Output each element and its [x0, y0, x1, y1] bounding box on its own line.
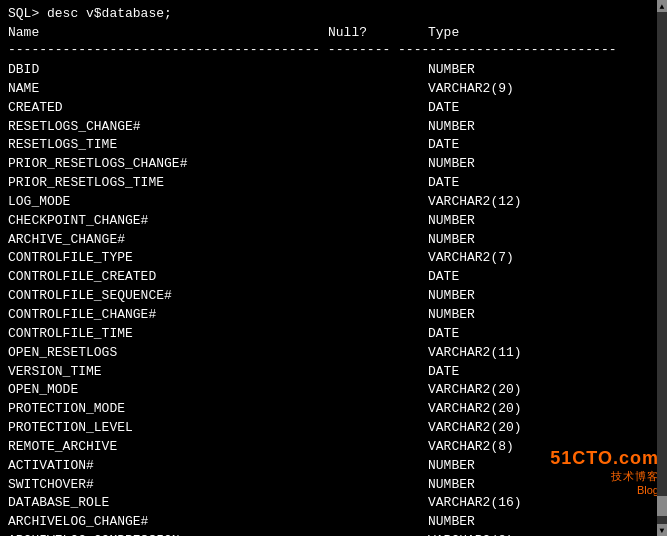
field-type: NUMBER [428, 457, 475, 476]
table-row: CONTROLFILE_CHANGE#NUMBER [8, 306, 659, 325]
field-type: NUMBER [428, 61, 475, 80]
field-type: VARCHAR2(12) [428, 193, 522, 212]
watermark: 51CTO.com 技术博客 Blog [550, 448, 659, 496]
field-name: PRIOR_RESETLOGS_CHANGE# [8, 155, 328, 174]
watermark-blog: Blog [637, 484, 659, 496]
field-null [328, 344, 428, 363]
table-row: PROTECTION_MODEVARCHAR2(20) [8, 400, 659, 419]
field-null [328, 400, 428, 419]
field-name: CREATED [8, 99, 328, 118]
field-type: NUMBER [428, 155, 475, 174]
table-row: CONTROLFILE_TIMEDATE [8, 325, 659, 344]
field-name: ACTIVATION# [8, 457, 328, 476]
field-null [328, 99, 428, 118]
field-type: VARCHAR2(20) [428, 400, 522, 419]
field-null [328, 212, 428, 231]
field-name: CONTROLFILE_TIME [8, 325, 328, 344]
field-name: CONTROLFILE_CHANGE# [8, 306, 328, 325]
table-row: ARCHIVELOG_CHANGE#NUMBER [8, 513, 659, 532]
table-row: CREATEDDATE [8, 99, 659, 118]
table-divider: ----------------------------------------… [8, 42, 659, 57]
field-null [328, 513, 428, 532]
field-type: NUMBER [428, 476, 475, 495]
table-header: Name Null? Type [8, 25, 659, 40]
field-name: CONTROLFILE_CREATED [8, 268, 328, 287]
field-type: DATE [428, 363, 459, 382]
field-name: DBID [8, 61, 328, 80]
field-name: CONTROLFILE_SEQUENCE# [8, 287, 328, 306]
terminal-window: SQL> desc v$database; Name Null? Type --… [0, 0, 667, 536]
scrollbar-thumb[interactable] [657, 496, 667, 516]
field-null [328, 363, 428, 382]
field-name: VERSION_TIME [8, 363, 328, 382]
field-name: CONTROLFILE_TYPE [8, 249, 328, 268]
field-null [328, 438, 428, 457]
table-row: ARCHIVE_CHANGE#NUMBER [8, 231, 659, 250]
table-row: VERSION_TIMEDATE [8, 363, 659, 382]
field-name: SWITCHOVER# [8, 476, 328, 495]
field-null [328, 532, 428, 536]
field-name: RESETLOGS_CHANGE# [8, 118, 328, 137]
header-type: Type [428, 25, 459, 40]
field-null [328, 476, 428, 495]
table-row: CHECKPOINT_CHANGE#NUMBER [8, 212, 659, 231]
field-type: DATE [428, 174, 459, 193]
table-row: RESETLOGS_CHANGE#NUMBER [8, 118, 659, 137]
field-null [328, 381, 428, 400]
table-row: OPEN_RESETLOGSVARCHAR2(11) [8, 344, 659, 363]
table-row: CONTROLFILE_SEQUENCE#NUMBER [8, 287, 659, 306]
field-type: NUMBER [428, 513, 475, 532]
field-null [328, 118, 428, 137]
field-null [328, 249, 428, 268]
field-type: NUMBER [428, 118, 475, 137]
field-name: DATABASE_ROLE [8, 494, 328, 513]
field-null [328, 136, 428, 155]
field-name: CHECKPOINT_CHANGE# [8, 212, 328, 231]
field-null [328, 174, 428, 193]
header-name: Name [8, 25, 328, 40]
field-type: VARCHAR2(20) [428, 419, 522, 438]
field-type: VARCHAR2(8) [428, 532, 514, 536]
field-type: DATE [428, 268, 459, 287]
scrollbar[interactable]: ▲ ▼ [657, 0, 667, 536]
field-type: NUMBER [428, 212, 475, 231]
field-null [328, 419, 428, 438]
field-name: PRIOR_RESETLOGS_TIME [8, 174, 328, 193]
field-name: OPEN_RESETLOGS [8, 344, 328, 363]
scrollbar-arrow-down[interactable]: ▼ [657, 524, 667, 536]
field-name: REMOTE_ARCHIVE [8, 438, 328, 457]
field-type: VARCHAR2(20) [428, 381, 522, 400]
field-type: DATE [428, 99, 459, 118]
watermark-sub: 技术博客 [611, 469, 659, 484]
field-null [328, 61, 428, 80]
field-type: VARCHAR2(9) [428, 80, 514, 99]
field-null [328, 306, 428, 325]
table-row: CONTROLFILE_CREATEDDATE [8, 268, 659, 287]
table-row: CONTROLFILE_TYPEVARCHAR2(7) [8, 249, 659, 268]
table-row: RESETLOGS_TIMEDATE [8, 136, 659, 155]
table-row: DBIDNUMBER [8, 61, 659, 80]
field-name: ARCHIVE_CHANGE# [8, 231, 328, 250]
field-null [328, 268, 428, 287]
table-row: PRIOR_RESETLOGS_TIMEDATE [8, 174, 659, 193]
field-name: PROTECTION_MODE [8, 400, 328, 419]
field-null [328, 80, 428, 99]
field-type: NUMBER [428, 287, 475, 306]
field-name: LOG_MODE [8, 193, 328, 212]
header-null: Null? [328, 25, 428, 40]
field-name: PROTECTION_LEVEL [8, 419, 328, 438]
field-type: NUMBER [428, 231, 475, 250]
field-null [328, 457, 428, 476]
table-row: NAMEVARCHAR2(9) [8, 80, 659, 99]
field-type: VARCHAR2(16) [428, 494, 522, 513]
scrollbar-arrow-up[interactable]: ▲ [657, 0, 667, 12]
table-row: LOG_MODEVARCHAR2(12) [8, 193, 659, 212]
field-type: VARCHAR2(11) [428, 344, 522, 363]
table-row: PROTECTION_LEVELVARCHAR2(20) [8, 419, 659, 438]
field-null [328, 193, 428, 212]
field-name: ARCHIVELOG_COMPRESSION [8, 532, 328, 536]
field-type: VARCHAR2(8) [428, 438, 514, 457]
field-type: DATE [428, 325, 459, 344]
table-row: PRIOR_RESETLOGS_CHANGE#NUMBER [8, 155, 659, 174]
field-type: NUMBER [428, 306, 475, 325]
